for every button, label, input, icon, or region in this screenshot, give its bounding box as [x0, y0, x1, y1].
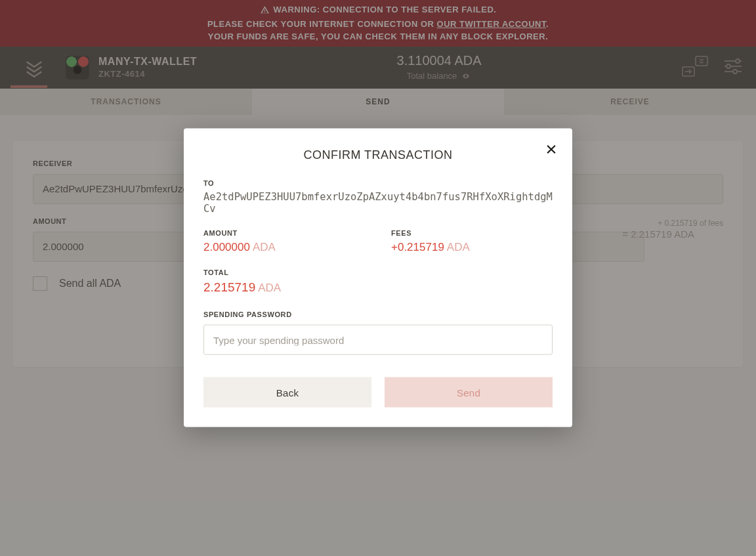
- modal-fees-label: FEES: [391, 229, 553, 237]
- modal-amount-value: 2.000000: [203, 241, 250, 253]
- modal-amount-unit: ADA: [253, 241, 276, 253]
- spending-password-input[interactable]: [203, 325, 553, 355]
- modal-title: CONFIRM TRANSACTION: [203, 148, 553, 162]
- confirm-transaction-modal: CONFIRM TRANSACTION TO Ae2tdPwUPEZ3HUU7b…: [184, 129, 572, 427]
- to-label: TO: [203, 179, 553, 187]
- modal-total-value: 2.215719: [203, 280, 255, 294]
- back-button[interactable]: Back: [203, 377, 371, 408]
- to-address: Ae2tdPwUPEZ3HUU7bmfexrUzoZpAZxuyt4b4bn7f…: [203, 191, 553, 215]
- modal-fees-value: +0.215719: [391, 241, 444, 253]
- close-icon[interactable]: [545, 143, 558, 159]
- modal-total-label: TOTAL: [203, 268, 553, 276]
- modal-fees-unit: ADA: [447, 241, 470, 253]
- modal-amount-label: AMOUNT: [203, 229, 365, 237]
- spending-password-label: SPENDING PASSWORD: [203, 310, 553, 318]
- modal-total-unit: ADA: [258, 282, 281, 294]
- send-button[interactable]: Send: [385, 377, 553, 408]
